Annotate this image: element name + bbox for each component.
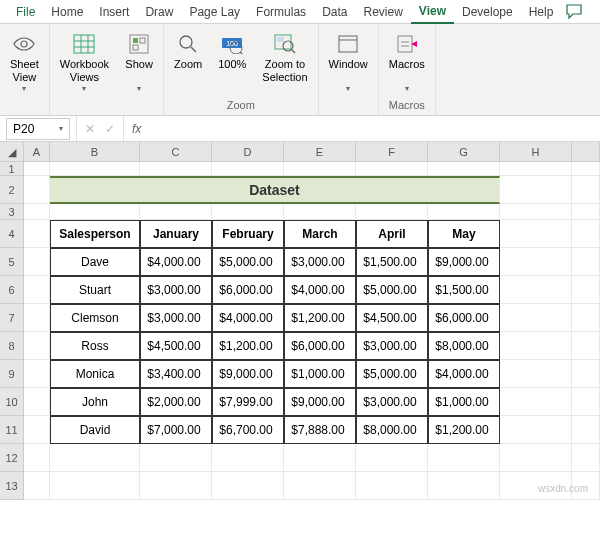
cell-value[interactable]: $6,000.00 [428, 304, 500, 332]
name-box[interactable]: P20 ▾ [6, 118, 70, 140]
col-header-a[interactable]: A [24, 142, 50, 162]
cell-value[interactable]: $9,000.00 [284, 388, 356, 416]
select-all-corner[interactable]: ◢ [0, 142, 24, 162]
cell-value[interactable]: $9,000.00 [428, 248, 500, 276]
cell-value[interactable]: $1,500.00 [356, 248, 428, 276]
cell-salesperson[interactable]: Monica [50, 360, 140, 388]
cell-salesperson[interactable]: Stuart [50, 276, 140, 304]
dataset-title[interactable]: Dataset [50, 176, 500, 204]
cell-salesperson[interactable]: Ross [50, 332, 140, 360]
cell-value[interactable]: $4,500.00 [356, 304, 428, 332]
cell-value[interactable]: $7,888.00 [284, 416, 356, 444]
cell-salesperson[interactable]: Clemson [50, 304, 140, 332]
tab-insert[interactable]: Insert [91, 1, 137, 23]
cell-value[interactable]: $1,000.00 [284, 360, 356, 388]
cell-value[interactable]: $2,000.00 [140, 388, 212, 416]
tab-data[interactable]: Data [314, 1, 355, 23]
col-header-b[interactable]: B [50, 142, 140, 162]
cell-value[interactable]: $6,700.00 [212, 416, 284, 444]
tab-draw[interactable]: Draw [137, 1, 181, 23]
row-header[interactable]: 3 [0, 204, 24, 220]
cell-value[interactable]: $5,000.00 [356, 276, 428, 304]
confirm-icon[interactable]: ✓ [105, 122, 115, 136]
th-april[interactable]: April [356, 220, 428, 248]
chevron-down-icon: ▾ [22, 84, 26, 94]
cell-value[interactable]: $5,000.00 [356, 360, 428, 388]
fx-icon[interactable]: fx [124, 122, 149, 136]
cell-value[interactable]: $1,200.00 [212, 332, 284, 360]
row-header[interactable]: 4 [0, 220, 24, 248]
cell-value[interactable]: $8,000.00 [356, 416, 428, 444]
cell-salesperson[interactable]: David [50, 416, 140, 444]
cell-value[interactable]: $5,000.00 [212, 248, 284, 276]
window-button[interactable]: Window ▾ [323, 30, 374, 96]
cell-value[interactable]: $1,500.00 [428, 276, 500, 304]
tab-help[interactable]: Help [521, 1, 562, 23]
row-header[interactable]: 2 [0, 176, 24, 204]
th-march[interactable]: March [284, 220, 356, 248]
col-header-d[interactable]: D [212, 142, 284, 162]
sheet-view-button[interactable]: Sheet View ▾ [4, 30, 45, 96]
col-header-f[interactable]: F [356, 142, 428, 162]
tab-view[interactable]: View [411, 0, 454, 24]
row-2: 2 Dataset [0, 176, 600, 204]
row-header[interactable]: 11 [0, 416, 24, 444]
row-header[interactable]: 1 [0, 162, 24, 176]
col-header-e[interactable]: E [284, 142, 356, 162]
cell-value[interactable]: $4,000.00 [284, 276, 356, 304]
show-button[interactable]: Show ▾ [119, 30, 159, 96]
comments-button[interactable] [562, 2, 588, 22]
cell-value[interactable]: $4,000.00 [428, 360, 500, 388]
cell-value[interactable]: $7,000.00 [140, 416, 212, 444]
cell-value[interactable]: $3,400.00 [140, 360, 212, 388]
row-header[interactable]: 12 [0, 444, 24, 472]
tab-file[interactable]: File [8, 1, 43, 23]
row-header[interactable]: 10 [0, 388, 24, 416]
svg-point-10 [180, 36, 192, 48]
col-header-h[interactable]: H [500, 142, 572, 162]
cell-value[interactable]: $3,000.00 [140, 304, 212, 332]
th-salesperson[interactable]: Salesperson [50, 220, 140, 248]
row-header[interactable]: 9 [0, 360, 24, 388]
row-header[interactable]: 13 [0, 472, 24, 500]
cell-value[interactable]: $7,999.00 [212, 388, 284, 416]
cell-value[interactable]: $3,000.00 [356, 388, 428, 416]
cell-value[interactable]: $3,000.00 [140, 276, 212, 304]
row-header[interactable]: 8 [0, 332, 24, 360]
tab-page-layout[interactable]: Page Lay [181, 1, 248, 23]
cell-value[interactable]: $3,000.00 [284, 248, 356, 276]
th-may[interactable]: May [428, 220, 500, 248]
tab-home[interactable]: Home [43, 1, 91, 23]
row-header[interactable]: 6 [0, 276, 24, 304]
col-header-c[interactable]: C [140, 142, 212, 162]
cell-value[interactable]: $4,000.00 [212, 304, 284, 332]
tab-review[interactable]: Review [355, 1, 410, 23]
cell-value[interactable]: $1,200.00 [428, 416, 500, 444]
col-header-g[interactable]: G [428, 142, 500, 162]
cell-value[interactable]: $6,000.00 [212, 276, 284, 304]
cell-value[interactable]: $1,000.00 [428, 388, 500, 416]
th-january[interactable]: January [140, 220, 212, 248]
th-february[interactable]: February [212, 220, 284, 248]
macros-button[interactable]: Macros ▾ [383, 30, 431, 96]
tab-formulas[interactable]: Formulas [248, 1, 314, 23]
cell-salesperson[interactable]: John [50, 388, 140, 416]
cell-value[interactable]: $6,000.00 [284, 332, 356, 360]
cancel-icon[interactable]: ✕ [85, 122, 95, 136]
row-header[interactable]: 7 [0, 304, 24, 332]
zoom-button[interactable]: Zoom [168, 30, 208, 86]
cell-salesperson[interactable]: Dave [50, 248, 140, 276]
zoom-100-button[interactable]: 100 100% [212, 30, 252, 86]
tab-developer[interactable]: Develope [454, 1, 521, 23]
cell-value[interactable]: $9,000.00 [212, 360, 284, 388]
zoom-to-selection-button[interactable]: Zoom to Selection [256, 30, 313, 86]
cell-value[interactable]: $8,000.00 [428, 332, 500, 360]
cell-value[interactable]: $3,000.00 [356, 332, 428, 360]
group-workbook-views: Workbook Views ▾ Show ▾ [50, 24, 164, 115]
workbook-views-button[interactable]: Workbook Views ▾ [54, 30, 115, 96]
window-icon [336, 32, 360, 56]
cell-value[interactable]: $4,000.00 [140, 248, 212, 276]
cell-value[interactable]: $4,500.00 [140, 332, 212, 360]
cell-value[interactable]: $1,200.00 [284, 304, 356, 332]
row-header[interactable]: 5 [0, 248, 24, 276]
